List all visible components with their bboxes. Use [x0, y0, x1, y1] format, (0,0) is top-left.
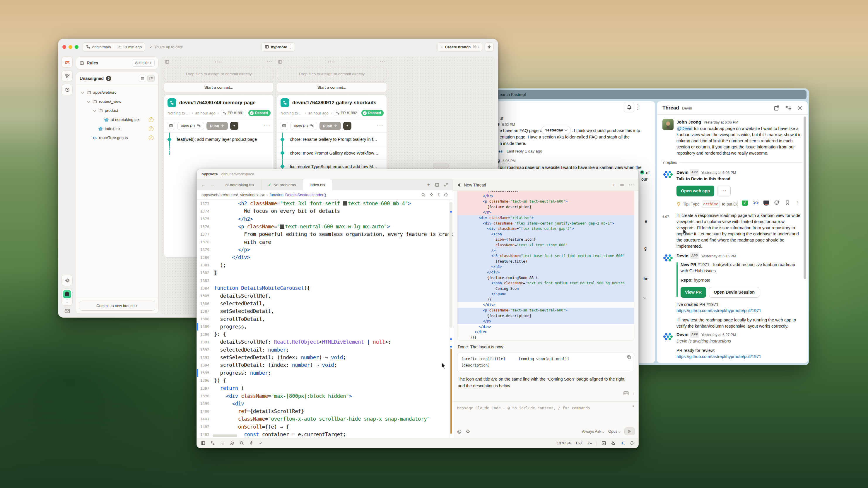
open-in-new-icon[interactable] [774, 105, 780, 111]
add-rule-button[interactable]: Add rule + [132, 59, 155, 67]
commit-row[interactable]: chore: rename Gallery to Prompt Gallery … [277, 133, 386, 146]
search-icon[interactable] [421, 193, 426, 197]
file-tree-item[interactable]: product [79, 106, 156, 115]
code-line[interactable]: 1377 From powerful editing to seamless o… [197, 230, 453, 238]
code-line[interactable]: 1376 <p className="text-neutral-600 max-… [197, 223, 453, 230]
compare-icon[interactable] [444, 193, 448, 197]
diagnostics-lightning-icon[interactable] [249, 441, 254, 445]
git-branch-icon[interactable] [211, 441, 215, 445]
code-editor[interactable]: 1373 <h2 className="text-3xl font-serif … [197, 200, 453, 438]
account-switcher[interactable]: ⌃⌄ [62, 289, 73, 305]
devin-logo-avatar[interactable] [662, 252, 674, 263]
cursor-position[interactable]: 1370:34 [557, 441, 571, 445]
scroll-up-icon[interactable]: ↑ [632, 391, 634, 396]
copilot-status[interactable]: Z» [587, 441, 592, 445]
ci-status-badge[interactable]: ✓Passed [361, 110, 384, 116]
more-options-icon[interactable]: ⋮ [795, 200, 799, 206]
mention-context-icon[interactable]: @ [457, 429, 462, 434]
code-line[interactable]: 1397 return ( [197, 384, 453, 392]
code-line[interactable]: 1381 ); [197, 261, 453, 269]
debug-bug-icon[interactable] [611, 441, 616, 446]
breadcrumb-symbol[interactable]: DetailsSectionHeader() [285, 193, 326, 197]
push-button[interactable]: Push [319, 122, 341, 130]
create-branch-button[interactable]: +Create branch⌘B [437, 42, 482, 52]
panel-menu-icon[interactable]: ··· [629, 183, 634, 188]
start-commit-button[interactable]: Start a commit... [164, 82, 274, 92]
code-line[interactable]: 1393 setSelectedDetail: (index: number) … [197, 354, 453, 361]
file-tree-item[interactable]: TSrouteTree.gen.ts [79, 133, 156, 142]
drop-files-zone[interactable]: Drop files to assign or commit directly [164, 68, 274, 80]
scrollbar[interactable] [804, 117, 806, 279]
new-tab-icon[interactable]: + [427, 182, 430, 188]
target-context-icon[interactable] [466, 429, 470, 433]
author-name[interactable]: Devin [677, 170, 688, 175]
code-line[interactable]: 1378 with care [197, 238, 453, 246]
code-line[interactable]: 1395 progress: number; [197, 369, 453, 377]
breadcrumb-path[interactable]: apps/web/src/routes/_view/index.tsx [202, 193, 265, 197]
drag-handle[interactable] [328, 61, 335, 63]
notifications-bell-icon[interactable] [624, 102, 634, 112]
close-window-button[interactable] [62, 45, 66, 49]
view-pr-button[interactable]: View PR [681, 287, 706, 298]
project-title[interactable]: hyprnote [202, 172, 218, 176]
more-options-icon[interactable]: ··· [637, 104, 639, 111]
more-actions-button[interactable]: ··· [717, 186, 731, 196]
view-pr-button[interactable]: View PR [178, 122, 204, 130]
code-line[interactable]: 1383 [197, 276, 453, 284]
code-line[interactable]: 1385 detailsScrollRef, [197, 292, 453, 300]
add-reaction-icon[interactable] [774, 200, 780, 205]
author-name[interactable]: Devin [677, 332, 688, 337]
tree-view-toggle[interactable] [147, 75, 155, 82]
commit-row[interactable]: chore: move Prompt Gallery above Workflo… [277, 146, 386, 160]
pr-link[interactable]: https://github.com/fastrepl/hyprnote/pul… [677, 354, 802, 360]
drag-handle[interactable] [214, 61, 222, 63]
send-button[interactable] [624, 427, 635, 435]
horizontal-scrollbar[interactable] [213, 434, 237, 437]
ai-sparkle-icon[interactable] [620, 441, 625, 446]
copy-icon[interactable] [627, 355, 631, 359]
devin-logo-avatar[interactable] [662, 169, 674, 180]
zoom-window-button[interactable] [75, 45, 79, 49]
commit-row[interactable]: feat(web): add memory layer product page [164, 133, 274, 146]
breadcrumb[interactable]: apps/web/src/routes/_view/index.tsx › fu… [197, 190, 453, 200]
devin-logo-avatar[interactable] [662, 331, 674, 342]
commit-message-icon[interactable] [167, 122, 175, 130]
code-line[interactable]: 1402 onScroll={(e) ⇒ { [197, 423, 453, 431]
pr-number-pill[interactable]: PR #1982 [334, 110, 359, 116]
file-tree-item[interactable]: routes/_view [79, 97, 156, 106]
tab-index-tsx[interactable]: index.tsx [303, 179, 332, 190]
code-line[interactable]: 1392 selectedDetail: number; [197, 346, 453, 354]
bookmark-icon[interactable] [785, 200, 790, 205]
pr-number-pill[interactable]: PR #1981 [221, 110, 246, 116]
ai-commit-icon[interactable] [230, 122, 238, 130]
branch-name[interactable]: devin/1764380912-gallery-shortcuts [292, 100, 376, 106]
ai-actions-button[interactable] [485, 42, 494, 52]
drop-files-zone[interactable]: Drop files to assign or commit directly [277, 68, 387, 80]
view-pr-button[interactable]: View PR [290, 122, 317, 130]
avatar[interactable] [662, 119, 674, 130]
code-line[interactable]: 1375 </h2> [197, 215, 453, 223]
branches-tab-icon[interactable] [62, 70, 73, 82]
new-thread-icon[interactable]: + [612, 182, 615, 188]
list-view-toggle[interactable] [139, 75, 146, 82]
code-line[interactable]: 1382} [197, 269, 453, 276]
pray-emoji-reaction[interactable] [764, 200, 769, 205]
code-line[interactable]: 1388 scrollToDetail, [197, 315, 453, 323]
lane-menu-icon[interactable]: ··· [267, 59, 273, 64]
collab-icon[interactable] [230, 441, 234, 445]
mention[interactable]: @Devin [677, 126, 693, 131]
workspace-tab-icon[interactable] [62, 57, 73, 68]
project-panel-icon[interactable] [201, 441, 205, 445]
open-web-app-button[interactable]: Open web app [677, 186, 714, 196]
code-line[interactable]: 1394 scrollToDetail: (index: number) ⇒ v… [197, 361, 453, 369]
code-line[interactable]: 1396}) { [197, 377, 453, 384]
branch-name[interactable]: devin/1764380749-memory-page [179, 100, 256, 106]
code-line[interactable]: 1380 </div> [197, 254, 453, 261]
inline-assist-icon[interactable] [429, 193, 434, 197]
commit-message-icon[interactable] [280, 122, 288, 130]
maximize-pane-icon[interactable] [444, 183, 448, 187]
file-tree-item[interactable]: ai-notetaking.tsx [79, 115, 156, 124]
permission-mode-dropdown[interactable]: Always Ask [582, 429, 604, 433]
cursor-mode-icon[interactable]: I [437, 193, 440, 197]
workspace-branch[interactable]: gitbutler/workspace [221, 172, 254, 176]
